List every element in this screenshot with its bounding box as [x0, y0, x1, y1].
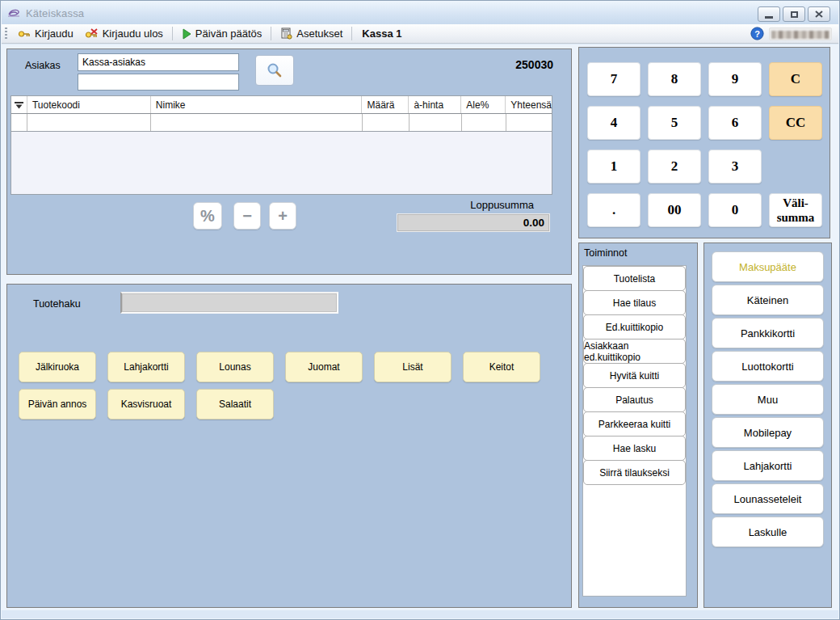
numpad-key-0[interactable]: 0: [708, 193, 762, 227]
payment-lunch-voucher-button[interactable]: Lounasseteleit: [712, 483, 824, 514]
app-icon: [7, 6, 21, 19]
products-panel: Tuotehaku Jälkiruoka Lahjakortti Lounas …: [6, 284, 572, 608]
toolbar-separator: [271, 27, 271, 40]
client-area: Asiakas 250030 Tuotekoodi Nimike Määr: [2, 44, 838, 610]
numpad-empty-cell: [769, 150, 822, 183]
customer-search-button[interactable]: [255, 55, 294, 86]
actions-title: Toiminnot: [584, 247, 628, 259]
payment-mobilepay-button[interactable]: Mobilepay: [712, 417, 824, 448]
toolbar-separator: [172, 27, 173, 40]
numpad-key-3[interactable]: 3: [708, 150, 762, 183]
title-bar: Käteiskassa: [2, 2, 838, 24]
category-button[interactable]: Lahjakortti: [107, 352, 185, 382]
customer-input[interactable]: [78, 53, 239, 71]
product-search-input[interactable]: [120, 292, 338, 314]
settings-label: Asetukset: [296, 27, 342, 40]
decrease-quantity-button[interactable]: −: [233, 202, 261, 230]
help-icon[interactable]: ?: [750, 27, 764, 40]
actions-list: Tuotelista Hae tilaus Ed.kuittikopio Asi…: [582, 265, 687, 597]
receipt-number: 250030: [515, 58, 553, 71]
action-park-receipt-button[interactable]: Parkkeeraa kuitti: [583, 411, 686, 437]
column-header-unit-price[interactable]: à-hinta: [409, 96, 461, 113]
toolbar-separator: [351, 27, 352, 40]
sale-items-table[interactable]: Tuotekoodi Nimike Määrä à-hinta Ale% Yht…: [10, 95, 552, 195]
total-value: 0.00: [397, 213, 550, 232]
action-credit-receipt-button[interactable]: Hyvitä kuitti: [583, 363, 686, 388]
toolbar-grip[interactable]: [5, 27, 7, 40]
column-header-product-code[interactable]: Tuotekoodi: [27, 96, 151, 113]
category-button[interactable]: Kasvisruoat: [107, 389, 185, 420]
logout-button[interactable]: Kirjaudu ulos: [79, 25, 169, 43]
login-label: Kirjaudu: [35, 27, 74, 40]
login-button[interactable]: Kirjaudu: [12, 25, 79, 43]
numpad-subtotal-button[interactable]: Väli- summa: [769, 193, 822, 227]
redacted-username: [769, 27, 832, 40]
category-button[interactable]: Salaatit: [196, 389, 274, 420]
category-button[interactable]: Juomat: [285, 352, 363, 382]
numpad-key-clear-all[interactable]: CC: [769, 106, 822, 140]
filter-icon[interactable]: [11, 96, 27, 113]
action-product-list-button[interactable]: Tuotelista: [583, 266, 686, 291]
discount-percent-button[interactable]: %: [193, 202, 222, 230]
payment-terminal-button[interactable]: Maksupääte: [712, 251, 824, 282]
numpad-key-6[interactable]: 6: [708, 106, 762, 140]
numpad-key-decimal[interactable]: .: [587, 193, 640, 227]
settings-button[interactable]: Asetukset: [275, 25, 348, 43]
application-window: Käteiskassa Kirjaudu: [0, 0, 840, 620]
customer-label: Asiakas: [25, 60, 61, 71]
column-header-name[interactable]: Nimike: [151, 96, 363, 113]
payment-cash-button[interactable]: Käteinen: [712, 285, 824, 315]
total-label: Loppusumma: [397, 199, 534, 211]
toolbar: Kirjaudu Kirjaudu ulos Päivän päätös: [2, 24, 838, 44]
sale-panel: Asiakas 250030 Tuotekoodi Nimike Määr: [6, 49, 572, 275]
category-button[interactable]: Päivän annos: [19, 389, 96, 420]
minimize-button[interactable]: [758, 6, 780, 22]
close-icon: [815, 11, 823, 18]
actions-panel: Toiminnot Tuotelista Hae tilaus Ed.kuitt…: [578, 243, 698, 608]
logout-label: Kirjaudu ulos: [103, 27, 163, 40]
action-customer-previous-receipt-copy-button[interactable]: Asiakkaan ed.kuittikopio: [583, 339, 686, 364]
numpad-key-clear[interactable]: C: [769, 62, 822, 96]
payment-invoice-button[interactable]: Laskulle: [712, 517, 824, 547]
column-header-total[interactable]: Yhteensä: [506, 96, 552, 113]
table-row[interactable]: [11, 114, 552, 132]
column-header-quantity[interactable]: Määrä: [362, 96, 409, 113]
action-fetch-order-button[interactable]: Hae tilaus: [583, 290, 686, 315]
register-name: Kassa 1: [355, 27, 408, 40]
numpad-key-2[interactable]: 2: [648, 150, 701, 183]
action-refund-button[interactable]: Palautus: [583, 387, 686, 412]
category-button[interactable]: Lounas: [196, 352, 274, 382]
payment-credit-card-button[interactable]: Luottokortti: [712, 351, 824, 382]
table-header: Tuotekoodi Nimike Määrä à-hinta Ale% Yht…: [11, 96, 552, 114]
numpad-key-9[interactable]: 9: [708, 62, 762, 96]
numpad-key-7[interactable]: 7: [587, 62, 640, 96]
customer-input-secondary[interactable]: [78, 74, 239, 91]
maximize-icon: [791, 11, 798, 18]
category-button[interactable]: Lisät: [374, 352, 452, 382]
column-header-discount[interactable]: Ale%: [461, 96, 506, 113]
maximize-button[interactable]: [783, 6, 805, 22]
day-end-label: Päivän päätös: [195, 27, 262, 40]
category-button[interactable]: Jälkiruoka: [19, 352, 96, 382]
numpad-key-4[interactable]: 4: [587, 106, 640, 140]
payment-debit-card-button[interactable]: Pankkikortti: [712, 318, 824, 348]
day-end-button[interactable]: Päivän päätös: [176, 25, 267, 43]
product-search-label: Tuotehaku: [33, 298, 81, 310]
action-fetch-invoice-button[interactable]: Hae lasku: [583, 436, 686, 461]
numpad-panel: 7 8 9 C 4 5 6 CC 1 2 3 . 00 0 Väli- summ…: [578, 47, 830, 238]
increase-quantity-button[interactable]: +: [269, 202, 296, 230]
payment-other-button[interactable]: Muu: [712, 384, 824, 415]
category-button[interactable]: Keitot: [463, 352, 540, 382]
key-icon: [18, 28, 31, 40]
numpad-key-1[interactable]: 1: [587, 150, 640, 183]
close-button[interactable]: [808, 6, 830, 22]
search-icon: [266, 61, 284, 79]
action-convert-to-order-button[interactable]: Siirrä tilaukseksi: [583, 460, 686, 485]
numpad-key-00[interactable]: 00: [648, 193, 701, 227]
numpad-key-5[interactable]: 5: [648, 106, 701, 140]
key-logout-icon: [85, 28, 99, 40]
payment-gift-card-button[interactable]: Lahjakortti: [712, 450, 824, 481]
action-previous-receipt-copy-button[interactable]: Ed.kuittikopio: [583, 314, 686, 340]
play-icon: [182, 28, 191, 40]
numpad-key-8[interactable]: 8: [648, 62, 701, 96]
